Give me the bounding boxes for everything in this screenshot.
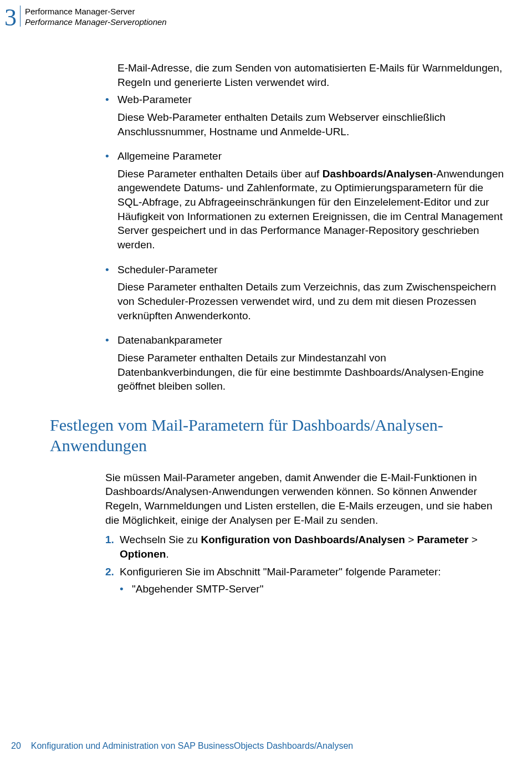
step-text: Konfigurieren Sie im Abschnitt "Mail-Par… — [120, 565, 504, 579]
bullet-description: Diese Parameter enthalten Details zur Mi… — [117, 351, 504, 394]
bold-text: Konfiguration von Dashboards/Analysen — [201, 534, 405, 545]
bullet-icon: • — [120, 582, 132, 596]
bold-text: Optionen — [120, 548, 166, 560]
bullet-icon: • — [105, 93, 117, 107]
bullet-icon: • — [105, 149, 117, 164]
bullet-icon: • — [105, 263, 117, 277]
bullet-description: Diese Parameter enthalten Details zum Ve… — [117, 280, 504, 323]
bullet-label: Allgemeine Parameter — [117, 149, 504, 164]
bullet-label: Datenabankparameter — [117, 333, 504, 348]
bullet-icon: • — [105, 333, 117, 348]
text: Diese Parameter enthalten Details über a… — [117, 168, 323, 180]
text: -Anwendungen angewendete Datums- und Zah… — [117, 168, 504, 251]
parameter-list: • Web-Parameter Diese Web-Parameter enth… — [105, 93, 504, 394]
bold-text: Dashboards/Analysen — [323, 168, 433, 180]
intro-paragraph: E-Mail-Adresse, die zum Senden von autom… — [117, 61, 504, 89]
inner-item-text: "Abgehender SMTP-Server" — [132, 582, 263, 596]
list-item: • Web-Parameter Diese Web-Parameter enth… — [105, 93, 504, 139]
bullet-label: Web-Parameter — [117, 93, 504, 107]
step-item: 1. Wechseln Sie zu Konfiguration von Das… — [105, 533, 504, 561]
body-content: E-Mail-Adresse, die zum Senden von autom… — [105, 61, 504, 596]
bold-text: Parameter — [417, 534, 469, 545]
page-number: 20 — [11, 741, 21, 750]
header-subtitle: Performance Manager-Serveroptionen — [25, 17, 167, 27]
footer-text: Konfiguration und Administration von SAP… — [31, 741, 353, 750]
header-title: Performance Manager-Server — [25, 7, 167, 16]
list-item: • Allgemeine Parameter Diese Parameter e… — [105, 149, 504, 252]
chapter-number: 3 — [4, 6, 17, 30]
step-number: 2. — [105, 565, 120, 579]
section-heading: Festlegen vom Mail-Parametern für Dashbo… — [50, 415, 504, 456]
page-footer: 20Konfiguration und Administration von S… — [11, 741, 353, 751]
inner-list-item: • "Abgehender SMTP-Server" — [120, 582, 504, 596]
bullet-description: Diese Web-Parameter enthalten Details zu… — [117, 110, 504, 139]
step-number: 1. — [105, 533, 120, 547]
bullet-label: Scheduler-Parameter — [117, 263, 504, 277]
text: Wechseln Sie zu — [120, 534, 201, 545]
list-item: • Scheduler-Parameter Diese Parameter en… — [105, 263, 504, 323]
inner-list: • "Abgehender SMTP-Server" — [120, 582, 504, 596]
step-item: 2. Konfigurieren Sie im Abschnitt "Mail-… — [105, 565, 504, 579]
steps-list: 1. Wechseln Sie zu Konfiguration von Das… — [105, 533, 504, 579]
section-paragraph: Sie müssen Mail-Parameter angeben, damit… — [105, 471, 504, 528]
text: . — [166, 548, 168, 560]
step-text: Wechseln Sie zu Konfiguration von Dashbo… — [120, 533, 504, 561]
bullet-description: Diese Parameter enthalten Details über a… — [117, 167, 504, 252]
text: > — [469, 534, 478, 545]
text: > — [405, 534, 417, 545]
list-item: • Datenabankparameter Diese Parameter en… — [105, 333, 504, 394]
page-header: 3 Performance Manager-Server Performance… — [4, 6, 167, 30]
